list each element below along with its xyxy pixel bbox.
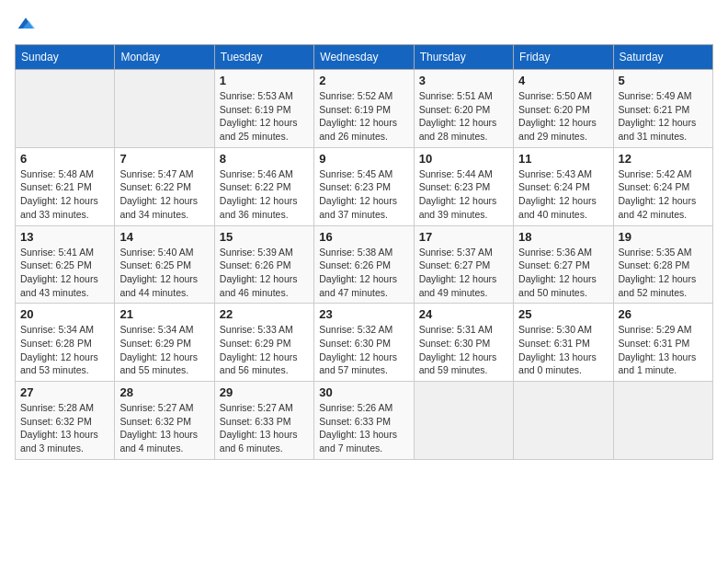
- calendar-cell: 19Sunrise: 5:35 AMSunset: 6:28 PMDayligh…: [613, 225, 712, 304]
- calendar-cell: 18Sunrise: 5:36 AMSunset: 6:27 PMDayligh…: [514, 225, 613, 304]
- day-number: 22: [220, 307, 309, 321]
- calendar-cell: 25Sunrise: 5:30 AMSunset: 6:31 PMDayligh…: [514, 304, 613, 382]
- day-number: 7: [119, 152, 209, 166]
- day-number: 6: [20, 152, 109, 166]
- calendar-cell: 29Sunrise: 5:27 AMSunset: 6:33 PMDayligh…: [214, 382, 313, 460]
- day-info: Sunrise: 5:45 AMSunset: 6:23 PMDaylight:…: [319, 167, 408, 222]
- calendar-cell: 10Sunrise: 5:44 AMSunset: 6:23 PMDayligh…: [414, 147, 513, 225]
- day-info: Sunrise: 5:43 AMSunset: 6:24 PMDaylight:…: [518, 167, 608, 222]
- day-number: 2: [319, 74, 408, 87]
- calendar-cell: [115, 70, 214, 148]
- day-number: 21: [119, 307, 209, 321]
- day-info: Sunrise: 5:52 AMSunset: 6:19 PMDaylight:…: [319, 89, 408, 144]
- page-header: [15, 15, 713, 33]
- calendar-cell: 7Sunrise: 5:47 AMSunset: 6:22 PMDaylight…: [115, 147, 214, 225]
- day-of-week-header: Monday: [115, 45, 214, 70]
- calendar-cell: 6Sunrise: 5:48 AMSunset: 6:21 PMDaylight…: [16, 147, 115, 225]
- day-info: Sunrise: 5:50 AMSunset: 6:20 PMDaylight:…: [518, 89, 608, 144]
- day-info: Sunrise: 5:31 AMSunset: 6:30 PMDaylight:…: [419, 323, 508, 377]
- day-number: 14: [119, 230, 209, 244]
- calendar-cell: 15Sunrise: 5:39 AMSunset: 6:26 PMDayligh…: [214, 225, 313, 304]
- day-number: 8: [220, 152, 309, 166]
- calendar-cell: [414, 382, 513, 460]
- day-info: Sunrise: 5:47 AMSunset: 6:22 PMDaylight:…: [119, 167, 209, 222]
- day-info: Sunrise: 5:30 AMSunset: 6:31 PMDaylight:…: [518, 323, 608, 377]
- day-info: Sunrise: 5:44 AMSunset: 6:23 PMDaylight:…: [419, 167, 508, 222]
- day-number: 24: [419, 307, 508, 321]
- calendar-cell: 9Sunrise: 5:45 AMSunset: 6:23 PMDaylight…: [314, 147, 414, 225]
- day-number: 18: [518, 230, 608, 244]
- day-number: 12: [619, 152, 708, 166]
- day-number: 17: [419, 230, 508, 244]
- calendar-cell: 2Sunrise: 5:52 AMSunset: 6:19 PMDaylight…: [314, 70, 414, 148]
- day-number: 29: [220, 385, 309, 399]
- calendar-cell: 16Sunrise: 5:38 AMSunset: 6:26 PMDayligh…: [314, 225, 414, 304]
- calendar-cell: 26Sunrise: 5:29 AMSunset: 6:31 PMDayligh…: [613, 304, 712, 382]
- calendar-cell: 5Sunrise: 5:49 AMSunset: 6:21 PMDaylight…: [613, 70, 712, 148]
- day-number: 3: [419, 74, 508, 87]
- calendar-cell: 14Sunrise: 5:40 AMSunset: 6:25 PMDayligh…: [115, 225, 214, 304]
- day-info: Sunrise: 5:51 AMSunset: 6:20 PMDaylight:…: [419, 89, 508, 144]
- day-info: Sunrise: 5:41 AMSunset: 6:25 PMDaylight:…: [20, 246, 109, 300]
- day-number: 28: [119, 385, 209, 399]
- calendar-header-row: SundayMondayTuesdayWednesdayThursdayFrid…: [16, 45, 713, 70]
- calendar-cell: 3Sunrise: 5:51 AMSunset: 6:20 PMDaylight…: [414, 70, 513, 148]
- day-info: Sunrise: 5:27 AMSunset: 6:32 PMDaylight:…: [119, 401, 209, 455]
- calendar-cell: 17Sunrise: 5:37 AMSunset: 6:27 PMDayligh…: [414, 225, 513, 304]
- calendar-cell: 12Sunrise: 5:42 AMSunset: 6:24 PMDayligh…: [613, 147, 712, 225]
- day-number: 1: [220, 74, 309, 87]
- day-info: Sunrise: 5:40 AMSunset: 6:25 PMDaylight:…: [119, 246, 209, 300]
- day-info: Sunrise: 5:39 AMSunset: 6:26 PMDaylight:…: [220, 246, 309, 300]
- day-info: Sunrise: 5:26 AMSunset: 6:33 PMDaylight:…: [319, 401, 408, 455]
- calendar-week-row: 6Sunrise: 5:48 AMSunset: 6:21 PMDaylight…: [16, 147, 713, 225]
- day-info: Sunrise: 5:34 AMSunset: 6:29 PMDaylight:…: [119, 323, 209, 377]
- day-of-week-header: Friday: [514, 45, 613, 70]
- day-number: 27: [20, 385, 109, 399]
- calendar-cell: 24Sunrise: 5:31 AMSunset: 6:30 PMDayligh…: [414, 304, 513, 382]
- calendar-cell: 22Sunrise: 5:33 AMSunset: 6:29 PMDayligh…: [214, 304, 313, 382]
- day-info: Sunrise: 5:48 AMSunset: 6:21 PMDaylight:…: [20, 167, 109, 222]
- calendar-cell: 4Sunrise: 5:50 AMSunset: 6:20 PMDaylight…: [514, 70, 613, 148]
- calendar-cell: 11Sunrise: 5:43 AMSunset: 6:24 PMDayligh…: [514, 147, 613, 225]
- calendar-cell: 28Sunrise: 5:27 AMSunset: 6:32 PMDayligh…: [115, 382, 214, 460]
- day-info: Sunrise: 5:42 AMSunset: 6:24 PMDaylight:…: [619, 167, 708, 222]
- day-number: 23: [319, 307, 408, 321]
- day-info: Sunrise: 5:28 AMSunset: 6:32 PMDaylight:…: [20, 401, 109, 455]
- calendar-week-row: 27Sunrise: 5:28 AMSunset: 6:32 PMDayligh…: [16, 382, 713, 460]
- day-number: 5: [619, 74, 708, 87]
- day-number: 13: [20, 230, 109, 244]
- calendar-cell: 1Sunrise: 5:53 AMSunset: 6:19 PMDaylight…: [214, 70, 313, 148]
- day-info: Sunrise: 5:38 AMSunset: 6:26 PMDaylight:…: [319, 246, 408, 300]
- calendar-week-row: 1Sunrise: 5:53 AMSunset: 6:19 PMDaylight…: [16, 70, 713, 148]
- day-info: Sunrise: 5:32 AMSunset: 6:30 PMDaylight:…: [319, 323, 408, 377]
- calendar-week-row: 20Sunrise: 5:34 AMSunset: 6:28 PMDayligh…: [16, 304, 713, 382]
- day-number: 30: [319, 385, 408, 399]
- day-number: 20: [20, 307, 109, 321]
- day-number: 10: [419, 152, 508, 166]
- calendar-cell: 23Sunrise: 5:32 AMSunset: 6:30 PMDayligh…: [314, 304, 414, 382]
- day-of-week-header: Saturday: [613, 45, 712, 70]
- day-info: Sunrise: 5:29 AMSunset: 6:31 PMDaylight:…: [619, 323, 708, 377]
- calendar-cell: 13Sunrise: 5:41 AMSunset: 6:25 PMDayligh…: [16, 225, 115, 304]
- day-of-week-header: Tuesday: [214, 45, 313, 70]
- calendar-cell: 30Sunrise: 5:26 AMSunset: 6:33 PMDayligh…: [314, 382, 414, 460]
- logo: [15, 15, 35, 33]
- day-info: Sunrise: 5:46 AMSunset: 6:22 PMDaylight:…: [220, 167, 309, 222]
- day-of-week-header: Sunday: [16, 45, 115, 70]
- day-number: 16: [319, 230, 408, 244]
- calendar-cell: [514, 382, 613, 460]
- day-number: 15: [220, 230, 309, 244]
- day-info: Sunrise: 5:35 AMSunset: 6:28 PMDaylight:…: [619, 246, 708, 300]
- day-number: 19: [619, 230, 708, 244]
- calendar-table: SundayMondayTuesdayWednesdayThursdayFrid…: [15, 44, 713, 460]
- calendar-cell: 20Sunrise: 5:34 AMSunset: 6:28 PMDayligh…: [16, 304, 115, 382]
- logo-icon: [17, 15, 35, 33]
- day-info: Sunrise: 5:36 AMSunset: 6:27 PMDaylight:…: [518, 246, 608, 300]
- day-info: Sunrise: 5:53 AMSunset: 6:19 PMDaylight:…: [220, 89, 309, 144]
- day-number: 25: [518, 307, 608, 321]
- day-info: Sunrise: 5:27 AMSunset: 6:33 PMDaylight:…: [220, 401, 309, 455]
- day-of-week-header: Wednesday: [314, 45, 414, 70]
- day-number: 26: [619, 307, 708, 321]
- calendar-week-row: 13Sunrise: 5:41 AMSunset: 6:25 PMDayligh…: [16, 225, 713, 304]
- day-info: Sunrise: 5:34 AMSunset: 6:28 PMDaylight:…: [20, 323, 109, 377]
